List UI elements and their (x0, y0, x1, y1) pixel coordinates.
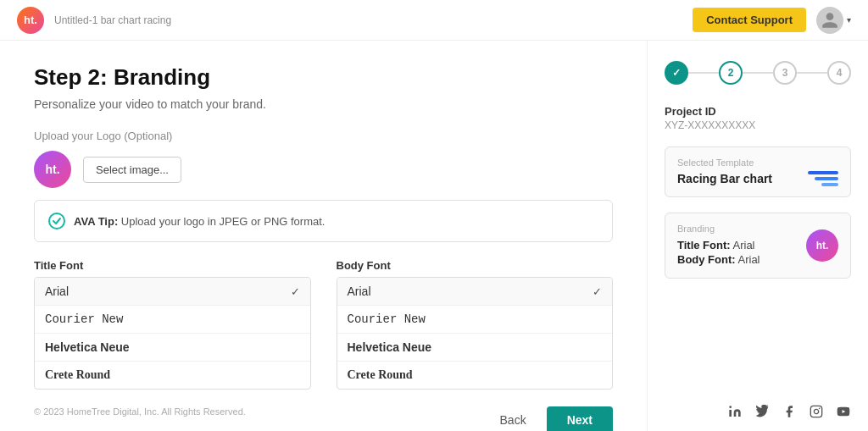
footer: © 2023 HomeTree Digital, Inc. All Rights… (34, 404, 851, 419)
svg-rect-1 (810, 406, 821, 417)
chevron-down-icon: ▾ (847, 15, 851, 25)
selected-template-top: Racing Bar chart (677, 171, 838, 186)
step-4: 4 (827, 61, 851, 85)
page-title: Step 2: Branding (34, 64, 613, 91)
step-1: ✓ (665, 61, 688, 85)
body-font-helvetica[interactable]: Helvetica Neue (337, 334, 613, 362)
avatar-menu[interactable]: ▾ (816, 7, 851, 34)
stepper: ✓ 2 3 4 (665, 61, 851, 85)
instagram-icon[interactable] (809, 404, 824, 419)
main-layout: Step 2: Branding Personalize your video … (0, 41, 868, 431)
project-id-label: Project ID (665, 105, 851, 118)
title-font-label: Title Font (34, 259, 311, 272)
branding-body-font: Body Font: Arial (677, 253, 760, 266)
upload-row: ht. Select image... (34, 151, 613, 188)
font-selectors: Title Font Arial ✓ Courier New Helvetica… (34, 259, 613, 390)
step-2: 2 (719, 61, 743, 85)
linkedin-icon[interactable] (727, 404, 743, 419)
project-id-value: XYZ-XXXXXXXXXX (665, 119, 851, 131)
twitter-icon[interactable] (754, 404, 770, 419)
check-mark: ✓ (593, 285, 602, 298)
youtube-icon[interactable] (836, 404, 851, 419)
check-icon (52, 216, 62, 226)
branding-card: Branding Title Font: Arial Body Font: Ar… (665, 213, 851, 279)
body-font-crete[interactable]: Crete Round (337, 362, 613, 389)
app-logo: ht. (17, 7, 44, 34)
check-mark: ✓ (291, 285, 300, 298)
header-left: ht. Untitled-1 bar chart racing (17, 7, 171, 34)
branding-logo: ht. (806, 229, 838, 262)
body-font-courier[interactable]: Courier New (337, 306, 613, 334)
contact-support-button[interactable]: Contact Support (693, 8, 806, 32)
tip-icon (48, 213, 65, 229)
facebook-icon[interactable] (782, 404, 797, 419)
svg-point-0 (729, 406, 732, 408)
title-font-courier[interactable]: Courier New (35, 306, 310, 334)
social-icons (727, 404, 851, 419)
branding-info: Branding Title Font: Arial Body Font: Ar… (677, 224, 760, 268)
project-title: Untitled-1 bar chart racing (54, 14, 171, 26)
title-font-crete[interactable]: Crete Round (35, 362, 310, 389)
step-line-2 (743, 72, 773, 74)
template-icon (808, 171, 838, 186)
select-image-button[interactable]: Select image... (83, 157, 181, 183)
step-subtitle: Personalize your video to match your bra… (34, 97, 613, 111)
sidebar: ✓ 2 3 4 Project ID XYZ-XXXXXXXXXX Select… (648, 41, 868, 431)
step-line-3 (797, 72, 827, 74)
body-font-arial[interactable]: Arial ✓ (337, 278, 613, 306)
footer-copyright: © 2023 HomeTree Digital, Inc. All Rights… (34, 406, 246, 417)
branding-title-font: Title Font: Arial (677, 239, 760, 251)
title-font-helvetica[interactable]: Helvetica Neue (35, 334, 310, 362)
branding-label: Branding (677, 224, 760, 234)
step-line-1 (688, 72, 719, 74)
tip-box: AVA Tip: Upload your logo in JPEG or PNG… (34, 200, 613, 242)
header: ht. Untitled-1 bar chart racing Contact … (0, 0, 868, 41)
selected-template-label: Selected Template (677, 157, 838, 168)
body-font-label: Body Font (337, 259, 614, 272)
title-font-col: Title Font Arial ✓ Courier New Helvetica… (34, 259, 311, 390)
header-right: Contact Support ▾ (693, 7, 851, 34)
logo-preview: ht. (34, 151, 71, 188)
body-font-col: Body Font Arial ✓ Courier New Helvetica … (337, 259, 614, 390)
title-font-list: Arial ✓ Courier New Helvetica Neue Crete… (34, 277, 311, 390)
title-font-arial[interactable]: Arial ✓ (35, 278, 310, 306)
project-id-section: Project ID XYZ-XXXXXXXXXX (665, 103, 851, 131)
avatar (816, 7, 843, 34)
upload-label: Upload your Logo (Optional) (34, 130, 613, 142)
selected-template-title: Racing Bar chart (677, 172, 772, 185)
body-font-list: Arial ✓ Courier New Helvetica Neue Crete… (337, 277, 614, 390)
step-3: 3 (773, 61, 797, 85)
user-icon (821, 11, 839, 30)
content-area: Step 2: Branding Personalize your video … (0, 41, 648, 431)
tip-text: AVA Tip: Upload your logo in JPEG or PNG… (74, 215, 325, 228)
selected-template-card: Selected Template Racing Bar chart (665, 146, 851, 197)
